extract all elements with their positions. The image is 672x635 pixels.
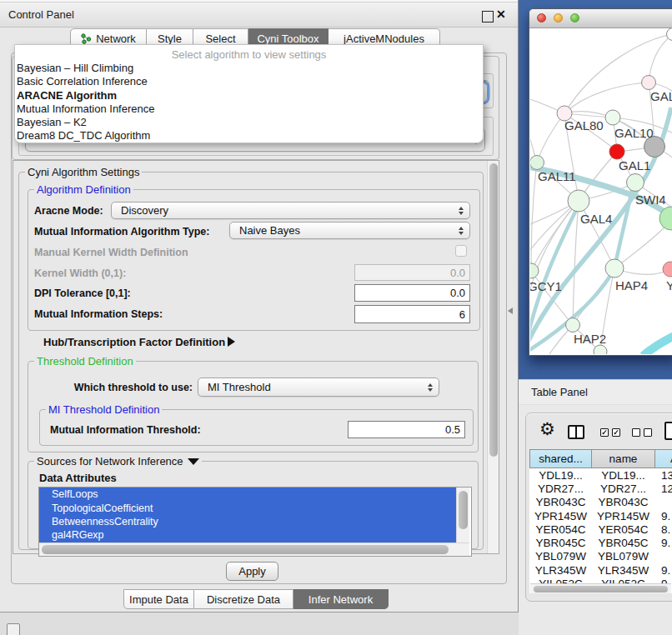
table-cell[interactable]: YER054C <box>529 522 592 536</box>
list-item-selected[interactable]: BetweennessCentrality <box>39 515 469 528</box>
aracne-mode-combobox[interactable]: Discovery <box>111 202 470 219</box>
table-cell[interactable]: YBL079W <box>591 550 655 563</box>
document-icon[interactable] <box>664 422 672 440</box>
data-attributes-list[interactable]: SelfLoops TopologicalCoefficient Between… <box>38 487 472 557</box>
table-cell[interactable]: YDR27... <box>591 482 655 495</box>
float-window-icon[interactable] <box>482 11 494 22</box>
table-row[interactable]: YPR145WYPR145W9. <box>529 509 672 522</box>
network-node[interactable] <box>627 174 644 192</box>
table-cell[interactable]: 13 <box>654 468 672 482</box>
list-hscroll-thumb[interactable] <box>42 545 449 554</box>
table-cell[interactable] <box>654 496 672 509</box>
unchecked-checkbox-icon[interactable] <box>632 428 640 437</box>
dpi-tolerance-field[interactable]: 0.0 <box>354 284 470 302</box>
popup-item-selected[interactable]: ARACNE Algorithm <box>15 88 483 102</box>
network-node[interactable] <box>605 259 624 278</box>
table-row[interactable]: YBL079WYBL079W <box>529 550 672 563</box>
manual-kernel-checkbox[interactable] <box>455 245 467 257</box>
table-cell[interactable]: YBR043C <box>529 496 592 509</box>
network-edge[interactable] <box>573 201 579 325</box>
network-edge[interactable] <box>649 34 672 82</box>
network-edge[interactable] <box>564 82 649 113</box>
network-node[interactable] <box>568 190 589 212</box>
table-cell[interactable]: 12 <box>654 482 672 495</box>
popup-item[interactable]: Bayesian – Hill Climbing <box>15 61 483 74</box>
table-cell[interactable]: YLR345W <box>529 563 592 577</box>
table-cell[interactable]: 9. <box>654 563 672 577</box>
column-header-third[interactable]: A <box>654 449 672 468</box>
table-hscroll-thumb[interactable] <box>534 586 668 592</box>
table-cell[interactable]: YDL19... <box>529 468 592 482</box>
table-cell[interactable]: YPR145W <box>529 509 592 522</box>
mi-steps-field[interactable]: 6 <box>354 305 470 323</box>
network-node[interactable] <box>609 144 624 159</box>
gear-icon[interactable]: ⚙ <box>539 421 555 438</box>
network-edge[interactable] <box>537 113 564 162</box>
table-row[interactable]: YLR345WYLR345W9. <box>529 563 672 577</box>
apply-button[interactable]: Apply <box>226 562 278 581</box>
network-node[interactable] <box>530 263 539 278</box>
table-row[interactable]: YER054CYER054C8. <box>529 522 672 536</box>
popup-item[interactable]: Basic Correlation Inference <box>15 75 483 88</box>
table-cell[interactable]: YPR145W <box>591 509 655 522</box>
popup-item[interactable]: Mutual Information Inference <box>15 102 483 115</box>
network-node[interactable] <box>605 110 620 125</box>
network-edge[interactable] <box>531 162 537 271</box>
table-cell[interactable]: YBL079W <box>529 550 592 563</box>
mi-type-combobox[interactable]: Naive Bayes <box>229 222 470 239</box>
table-cell[interactable]: YLR345W <box>591 563 655 577</box>
table-row[interactable]: YDR27...YDR27...12 <box>529 482 672 495</box>
column-layout-icon[interactable] <box>568 425 584 439</box>
zoom-traffic-light-icon[interactable] <box>570 13 579 22</box>
network-edge[interactable] <box>643 334 672 354</box>
splitter-collapse-icon[interactable] <box>508 308 513 314</box>
column-header-shared-name[interactable]: shared... <box>529 449 592 468</box>
checked-checkbox-icon[interactable]: ✓ <box>600 428 609 437</box>
network-node[interactable] <box>594 345 607 354</box>
mi-threshold-field[interactable]: 0.5 <box>348 421 465 438</box>
settings-vertical-scrollbar[interactable] <box>487 161 499 553</box>
table-cell[interactable]: YDL19... <box>591 468 655 482</box>
network-node[interactable] <box>530 156 544 170</box>
table-cell[interactable]: 9. <box>654 537 672 550</box>
network-edge[interactable] <box>530 111 537 162</box>
column-header-name[interactable]: name <box>591 449 655 468</box>
network-node[interactable] <box>642 76 656 90</box>
tab-impute-data[interactable]: Impute Data <box>123 589 194 609</box>
tab-infer-network[interactable]: Infer Network <box>293 589 389 609</box>
list-horizontal-scrollbar[interactable] <box>39 542 469 556</box>
popup-item[interactable]: Dream8 DC_TDC Algorithm <box>15 129 483 142</box>
table-cell[interactable]: 9. <box>654 509 672 522</box>
list-vscroll-thumb[interactable] <box>459 491 468 529</box>
close-icon[interactable]: ✕ <box>496 8 506 21</box>
network-node[interactable] <box>566 318 580 332</box>
table-cell[interactable]: YBR043C <box>591 496 655 509</box>
minimize-traffic-light-icon[interactable] <box>554 13 563 22</box>
table-cell[interactable] <box>654 550 672 563</box>
close-traffic-light-icon[interactable] <box>537 13 546 22</box>
table-row[interactable]: YBR045CYBR045C9. <box>529 537 672 550</box>
checked-checkbox-icon[interactable]: ✓ <box>612 428 620 437</box>
settings-vscroll-thumb[interactable] <box>489 163 498 457</box>
expand-arrow-icon[interactable] <box>228 337 235 347</box>
unchecked-checkbox-icon[interactable] <box>644 428 652 437</box>
popup-item[interactable]: Bayesian – K2 <box>15 115 483 128</box>
tab-discretize-data[interactable]: Discretize Data <box>194 589 293 609</box>
table-cell[interactable]: YBR045C <box>529 537 592 550</box>
table-cell[interactable]: YDR27... <box>529 482 592 495</box>
collapse-arrow-icon[interactable] <box>188 458 199 465</box>
list-item-selected[interactable]: SelfLoops <box>39 488 469 501</box>
kernel-width-field[interactable]: 0.0 <box>354 264 470 281</box>
table-horizontal-scrollbar[interactable] <box>530 583 671 593</box>
table-row[interactable]: YDL19...YDL19...13 <box>529 468 672 482</box>
table-cell[interactable]: 8. <box>654 522 672 536</box>
table-cell[interactable]: YER054C <box>591 522 655 536</box>
list-item-selected[interactable]: TopologicalCoefficient <box>39 501 469 514</box>
table-cell[interactable]: YBR045C <box>591 537 655 550</box>
table-row[interactable]: YBR043CYBR043C <box>529 496 672 509</box>
list-vertical-scrollbar[interactable] <box>456 488 469 542</box>
list-item-selected[interactable]: gal4RGexp <box>39 528 469 542</box>
network-window-titlebar[interactable] <box>529 9 672 28</box>
network-canvas[interactable]: GALGAL80GAL10GAL1GAL11GAL4SWI4GCY1HAP4YH… <box>530 28 672 354</box>
network-edge[interactable] <box>531 201 579 271</box>
